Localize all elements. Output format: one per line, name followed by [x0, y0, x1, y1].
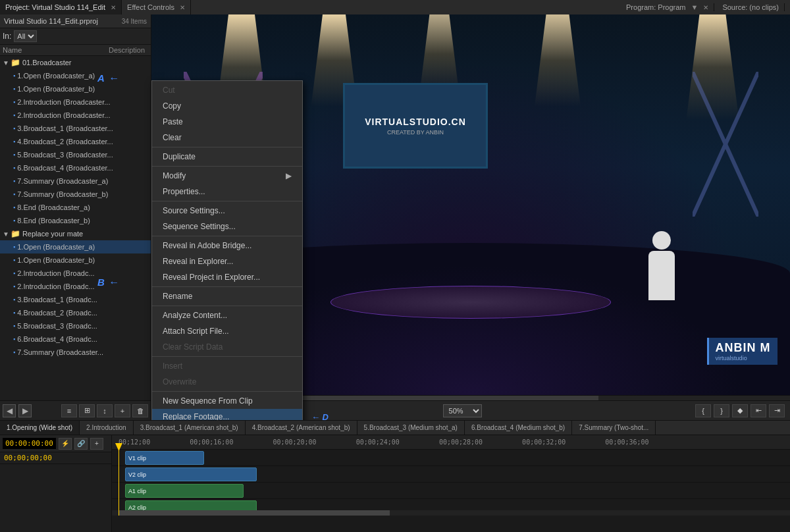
clip-7b[interactable]: ▪ 7.Summary (Broadcaster_b)	[0, 188, 151, 201]
studio-screen-content: VIRTUALSTUDIO.CN CREATED BY ANBIN	[345, 85, 486, 167]
project-toolbar: ◀ ▶ ≡ ⊞ ↕ + 🗑	[0, 400, 151, 420]
rclip-6[interactable]: ▪ 6.Broadcast_4 (Broadc...	[0, 332, 151, 346]
ctx-copy[interactable]: Copy	[152, 98, 302, 114]
ctx-paste[interactable]: Paste	[152, 114, 302, 130]
tl-tab-1[interactable]: 1.Opening (Wide shot)	[0, 421, 80, 435]
zoom-select[interactable]: 50% 25% 75% 100%	[443, 404, 482, 417]
clip-icon: ▪	[13, 349, 15, 356]
sort-btn[interactable]: ↕	[97, 404, 113, 417]
mark-out-btn[interactable]: }	[714, 404, 729, 417]
clip-7a[interactable]: ▪ 7.Summary (Broadcaster_a)	[0, 174, 151, 188]
mark-in-btn[interactable]: {	[695, 404, 711, 417]
ctx-duplicate[interactable]: Duplicate	[152, 149, 302, 165]
tl-clip-v2[interactable]: V2 clip	[125, 467, 257, 481]
ctx-duplicate-label: Duplicate	[163, 152, 196, 161]
ctx-replace-footage[interactable]: Replace Footage... ← D	[152, 409, 302, 420]
ctx-clear[interactable]: Clear	[152, 130, 302, 146]
clip-1a[interactable]: ▪ 1.Open (Broadcaster_a)	[0, 69, 151, 82]
clip-4[interactable]: ▪ 4.Broadcast_2 (Broadcaster...	[0, 135, 151, 148]
clip-icon: ▪	[13, 125, 15, 132]
rclip-4[interactable]: ▪ 4.Broadcast_2 (Broadc...	[0, 306, 151, 319]
clip-5[interactable]: ▪ 5.Broadcast_3 (Broadcaster...	[0, 148, 151, 161]
clip-icon: ▪	[13, 204, 15, 211]
ctx-modify[interactable]: Modify ▶	[152, 168, 302, 184]
view-list-btn[interactable]: ≡	[61, 404, 77, 417]
column-headers: Name Description	[0, 45, 151, 56]
clip-icon: ▪	[13, 191, 15, 198]
new-bin-btn[interactable]: +	[115, 404, 130, 417]
clip-8b[interactable]: ▪ 8.End (Broadcaster_b)	[0, 214, 151, 227]
tl-tab-3[interactable]: 3.Broadcast_1 (American shot_b)	[134, 421, 246, 435]
rclip-4-label: 4.Broadcast_2 (Broadc...	[17, 309, 97, 317]
rclip-2b[interactable]: ▪ 2.Introduction (Broadc...	[0, 280, 151, 293]
clip-2a[interactable]: ▪ 2.Introduction (Broadcaster...	[0, 95, 151, 109]
in-select[interactable]: All	[14, 30, 37, 42]
clip-2b[interactable]: ▪ 2.Introduction (Broadcaster...	[0, 109, 151, 122]
tl-tab-6[interactable]: 6.Broadcast_4 (Medium shot_b)	[465, 421, 572, 435]
view-grid-btn[interactable]: ⊞	[79, 404, 95, 417]
program-monitor-tab-close[interactable]: ✕	[703, 4, 708, 11]
tl-tab-7[interactable]: 7.Summary (Two-shot...	[572, 421, 656, 435]
ctx-reveal-bridge[interactable]: Reveal in Adobe Bridge...	[152, 238, 302, 253]
source-panel-tab[interactable]: Source: (no clips)	[717, 3, 785, 11]
nav-prev[interactable]: ◀	[3, 404, 16, 417]
program-dropdown[interactable]: ▼	[691, 3, 698, 11]
ctx-cut[interactable]: Cut	[152, 82, 302, 98]
tl-snap-btn[interactable]: ⚡	[59, 438, 72, 450]
delete-btn[interactable]: 🗑	[132, 404, 148, 417]
ctx-attach-script[interactable]: Attach Script File...	[152, 323, 302, 339]
folder-icon: 📁	[11, 58, 20, 67]
go-in-btn[interactable]: ⇤	[750, 404, 766, 417]
tl-clip-v1[interactable]: V1 clip	[125, 451, 204, 465]
ctx-reveal-project[interactable]: Reveal Project in Explorer...	[152, 269, 302, 285]
rclip-1b[interactable]: ▪ 1.Open (Broadcaster_b)	[0, 253, 151, 267]
rclip-5[interactable]: ▪ 5.Broadcast_3 (Broadc...	[0, 319, 151, 332]
tl-add-track-btn[interactable]: +	[90, 438, 103, 450]
nav-next[interactable]: ▶	[18, 404, 32, 417]
clip-3-label: 3.Broadcast_1 (Broadcaster...	[17, 124, 113, 132]
tl-track-3: A1 clip	[112, 483, 790, 499]
ctx-analyze[interactable]: Analyze Content...	[152, 307, 302, 323]
effect-controls-tab-close[interactable]: ✕	[180, 4, 185, 11]
tl-tab-2[interactable]: 2.Introduction	[80, 421, 134, 435]
ctx-clear-script[interactable]: Clear Script Data	[152, 339, 302, 355]
add-marker-btn[interactable]: ◆	[732, 404, 748, 417]
ctx-overwrite[interactable]: Overwrite	[152, 374, 302, 390]
clip-icon: ▪	[13, 165, 15, 171]
tl-tab-5[interactable]: 5.Broadcast_3 (Medium shot_a)	[357, 421, 465, 435]
rclip-7[interactable]: ▪ 7.Summary (Broadcaster...	[0, 346, 151, 359]
ctx-reveal-explorer[interactable]: Reveal in Explorer...	[152, 253, 302, 269]
col-desc-header: Description	[109, 46, 148, 54]
folder-broadcaster[interactable]: ▼ 📁 01.Broadcaster	[0, 56, 151, 69]
clip-8a[interactable]: ▪ 8.End (Broadcaster_a)	[0, 201, 151, 214]
timeline-left: 00:00:00:00 ⚡ 🔗 + 00;00;00;00	[0, 435, 112, 532]
project-panel-tab[interactable]: Project: Virtual Studio 114_Edit ✕	[0, 0, 122, 14]
tl-linked-btn[interactable]: 🔗	[74, 438, 88, 450]
tl-tab-4[interactable]: 4.Broadcast_2 (American shot_b)	[246, 421, 357, 435]
project-tab-close[interactable]: ✕	[111, 4, 116, 11]
rclip-3[interactable]: ▪ 3.Broadcast_1 (Broadc...	[0, 293, 151, 306]
anbin-overlay: ANBIN M virtualstudio	[707, 338, 777, 365]
rclip-2a[interactable]: ▪ 2.Introduction (Broadc...	[0, 267, 151, 280]
rclip-1a[interactable]: ▪ 1.Open (Broadcaster_a)	[0, 240, 151, 253]
tl-clip-a1[interactable]: A1 clip	[125, 484, 244, 498]
ctx-sequence-settings[interactable]: Sequence Settings...	[152, 219, 302, 234]
tl-tab-4-label: 4.Broadcast_2 (American shot_b)	[252, 424, 350, 431]
ctx-new-sequence[interactable]: New Sequence From Clip	[152, 393, 302, 409]
tl-timecode[interactable]: 00:00:00:00	[3, 438, 56, 449]
ctx-properties[interactable]: Properties...	[152, 184, 302, 200]
tl-scrollbar-h[interactable]	[112, 510, 790, 516]
clip-3[interactable]: ▪ 3.Broadcast_1 (Broadcaster...	[0, 122, 151, 135]
ctx-source-settings[interactable]: Source Settings...	[152, 203, 302, 219]
ctx-rename[interactable]: Rename	[152, 288, 302, 304]
clip-6[interactable]: ▪ 6.Broadcast_4 (Broadcaster...	[0, 161, 151, 174]
go-out-btn[interactable]: ⇥	[769, 404, 785, 417]
clip-1b[interactable]: ▪ 1.Open (Broadcaster_b)	[0, 82, 151, 95]
ctx-insert[interactable]: Insert	[152, 358, 302, 374]
program-monitor-tab[interactable]: Program: Program ▼ ✕	[621, 3, 714, 11]
light-beam-4	[535, 14, 581, 107]
tl-tab-5-label: 5.Broadcast_3 (Medium shot_a)	[364, 424, 458, 431]
clip-8b-label: 8.End (Broadcaster_b)	[17, 217, 90, 225]
effect-controls-tab[interactable]: Effect Controls ✕	[122, 0, 191, 14]
folder-replace[interactable]: ▼ 📁 Replace your mate	[0, 227, 151, 240]
